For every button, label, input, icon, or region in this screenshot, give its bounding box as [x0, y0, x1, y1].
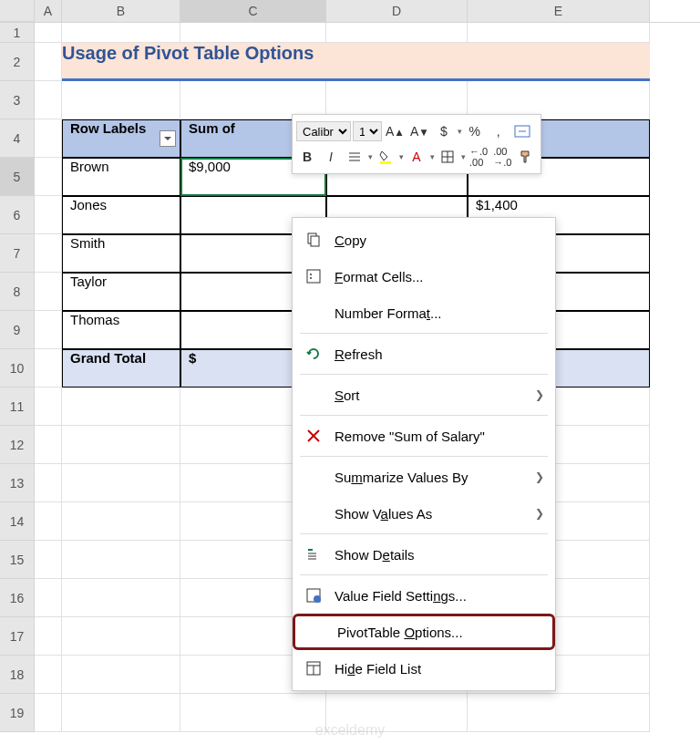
menu-refresh[interactable]: Refresh: [293, 336, 555, 372]
row-header-16[interactable]: 16: [0, 579, 35, 617]
menu-show-as[interactable]: Show Values As❯: [293, 495, 555, 532]
percent-icon[interactable]: %: [464, 120, 486, 142]
col-header-d[interactable]: D: [326, 0, 468, 22]
remove-icon: [302, 424, 325, 448]
pivot-label-smith[interactable]: Smith: [62, 234, 180, 273]
row-header-3[interactable]: 3: [0, 81, 35, 119]
fill-color-icon[interactable]: [375, 146, 396, 168]
font-color-icon[interactable]: A: [406, 146, 427, 168]
watermark: exceldemy: [315, 722, 385, 739]
svg-point-12: [310, 274, 312, 275]
hide-field-icon: [302, 656, 325, 680]
submenu-arrow-icon: ❯: [535, 507, 544, 520]
row-header-14[interactable]: 14: [0, 502, 35, 541]
row-header-13[interactable]: 13: [0, 464, 35, 502]
mini-toolbar: Calibri 11 A▲ A▼ $▾ % , B I ▾ ▾ A▾ ▾ ←.0…: [292, 114, 541, 174]
submenu-arrow-icon: ❯: [535, 470, 544, 483]
svg-rect-5: [380, 161, 391, 164]
pivot-label-taylor[interactable]: Taylor: [62, 273, 180, 311]
currency-icon[interactable]: $: [433, 120, 455, 142]
menu-remove[interactable]: Remove "Sum of Salary": [293, 418, 555, 454]
menu-summarize[interactable]: Summarize Values By❯: [293, 459, 555, 495]
row-header-17[interactable]: 17: [0, 617, 35, 656]
submenu-arrow-icon: ❯: [535, 388, 544, 401]
row-header-18[interactable]: 18: [0, 656, 35, 694]
row-header-4[interactable]: 4: [0, 119, 35, 158]
svg-point-21: [314, 595, 321, 603]
column-headers: A B C D E: [0, 0, 700, 23]
pivot-label-thomas[interactable]: Thomas: [62, 311, 180, 349]
row-header-15[interactable]: 15: [0, 541, 35, 579]
menu-value-field[interactable]: Value Field Settings...: [293, 577, 555, 614]
show-details-icon: [302, 542, 325, 566]
row-2: 2 Usage of Pivot Table Options: [0, 43, 700, 81]
menu-pivot-options[interactable]: PivotTable Options...: [293, 614, 555, 650]
row-header-2[interactable]: 2: [0, 43, 35, 81]
context-menu: Copy Format Cells... Number Format... Re…: [292, 217, 556, 691]
increase-font-icon[interactable]: A▲: [384, 120, 407, 142]
col-header-b[interactable]: B: [62, 0, 180, 22]
copy-icon: [302, 228, 325, 252]
col-header-a[interactable]: A: [35, 0, 62, 22]
filter-dropdown-icon[interactable]: [160, 130, 176, 147]
pivot-label-jones[interactable]: Jones: [62, 196, 180, 234]
menu-number-format[interactable]: Number Format...: [293, 294, 555, 331]
col-header-c[interactable]: C: [180, 0, 326, 22]
format-cells-icon: [302, 264, 325, 288]
row-header-7[interactable]: 7: [0, 234, 35, 273]
italic-button[interactable]: I: [320, 146, 342, 168]
menu-show-details[interactable]: Show Details: [293, 536, 555, 573]
menu-sort[interactable]: Sort❯: [293, 377, 555, 413]
col-header-e[interactable]: E: [468, 0, 650, 22]
row-header-8[interactable]: 8: [0, 273, 35, 311]
row-1: 1: [0, 23, 700, 43]
row-header-5[interactable]: 5: [0, 158, 35, 196]
font-size-select[interactable]: 11: [353, 121, 382, 141]
row-header-6[interactable]: 6: [0, 196, 35, 234]
bold-button[interactable]: B: [296, 146, 318, 168]
merge-icon[interactable]: [511, 120, 533, 142]
decrease-decimal-icon[interactable]: .00→.0: [491, 146, 513, 168]
row-header-12[interactable]: 12: [0, 426, 35, 464]
row-header-1[interactable]: 1: [0, 23, 35, 43]
borders-icon[interactable]: [437, 146, 458, 168]
svg-rect-11: [307, 270, 320, 283]
pivot-label-brown[interactable]: Brown: [62, 158, 180, 196]
row-header-11[interactable]: 11: [0, 388, 35, 426]
format-painter-icon[interactable]: [515, 146, 537, 168]
row-header-9[interactable]: 9: [0, 311, 35, 349]
font-select[interactable]: Calibri: [296, 121, 351, 141]
decrease-font-icon[interactable]: A▼: [408, 120, 431, 142]
refresh-icon: [302, 342, 325, 366]
comma-icon[interactable]: ,: [488, 120, 510, 142]
value-field-icon: [302, 584, 325, 607]
menu-format-cells[interactable]: Format Cells...: [293, 258, 555, 294]
menu-copy[interactable]: Copy: [293, 222, 555, 258]
title-cell: Usage of Pivot Table Options: [62, 43, 650, 78]
row-header-10[interactable]: 10: [0, 349, 35, 388]
svg-rect-10: [311, 236, 319, 246]
svg-point-13: [310, 277, 312, 279]
grand-total-label[interactable]: Grand Total: [62, 349, 180, 388]
pivot-row-labels-header[interactable]: Row Labels: [62, 119, 180, 158]
select-all-corner[interactable]: [0, 0, 35, 22]
increase-decimal-icon[interactable]: ←.0.00: [468, 146, 489, 168]
align-icon[interactable]: [344, 146, 365, 168]
menu-hide-field[interactable]: Hide Field List: [293, 650, 555, 687]
row-header-19[interactable]: 19: [0, 694, 35, 732]
